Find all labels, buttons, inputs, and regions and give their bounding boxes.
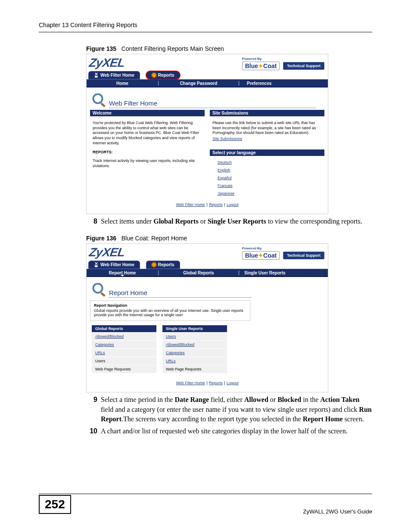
- welcome-header: Welcome: [90, 110, 205, 116]
- table-row[interactable]: URLs: [92, 349, 156, 357]
- zyxel-logo-2: ZyXEL: [88, 246, 125, 258]
- step-10-number: 10: [89, 426, 97, 436]
- home-icon-2: [94, 262, 99, 267]
- home-icon: [94, 73, 99, 78]
- step-8-number: 8: [89, 217, 97, 226]
- powered-by-label-2: Powered By: [242, 246, 262, 250]
- step-8-text: Select items under Global Reports or Sin…: [101, 217, 372, 226]
- tab-reports-2[interactable]: Reports: [146, 261, 180, 269]
- reports-text: Track Internet activity by viewing user …: [93, 159, 202, 168]
- table-row[interactable]: Users: [162, 333, 227, 341]
- language-link[interactable]: Español: [218, 176, 317, 180]
- report-navigation-header: Report Navigation: [90, 301, 250, 308]
- global-reports-table: Global Reports Allowed/BlockedCategories…: [92, 325, 156, 373]
- tab-web-filter-home-2[interactable]: Web Filter Home: [88, 261, 140, 269]
- language-link[interactable]: Japanese: [218, 191, 317, 196]
- site-submissions-header: Site Submissions: [210, 110, 324, 116]
- welcome-text: You're protected by Blue Coat Web Filter…: [93, 121, 202, 146]
- screenshot-web-filter-home: ZyXEL Powered By Blue✦Coat Technical Sup…: [86, 54, 328, 214]
- site-submissions-text: Please use the link below to submit a we…: [212, 121, 322, 136]
- figure-135-num: Figure 135: [86, 45, 116, 52]
- table-row[interactable]: Allowed/Blocked: [162, 341, 227, 349]
- language-link[interactable]: English: [218, 168, 317, 172]
- single-user-reports-th: Single User Reports: [162, 325, 227, 333]
- single-user-reports-table: Single User Reports UsersAllowed/Blocked…: [162, 325, 227, 373]
- chapter-header: Chapter 13 Content Filtering Reports: [39, 22, 372, 32]
- footer-link-logout[interactable]: Logout: [227, 202, 239, 207]
- step-9-number: 9: [89, 395, 97, 424]
- language-link[interactable]: Deutsch: [218, 160, 317, 165]
- tab-web-filter-home[interactable]: Web Filter Home: [88, 71, 140, 79]
- subtab-global-reports[interactable]: Global Reports: [159, 271, 239, 275]
- footer-link-reports[interactable]: Reports: [209, 202, 223, 207]
- figure-135-title: Content Filtering Reports Main Screen: [121, 45, 224, 52]
- step-9-text: Select a time period in the Date Range f…: [101, 395, 372, 424]
- bluecoat-logo: Blue✦Coat: [242, 62, 280, 70]
- magnifier-icon: [92, 93, 106, 108]
- technical-support-button[interactable]: Technical Support: [283, 62, 324, 70]
- technical-support-button-2[interactable]: Technical Support: [283, 252, 324, 259]
- tab-reports[interactable]: Reports: [146, 71, 180, 79]
- subtab-change-password[interactable]: Change Password: [159, 81, 239, 86]
- magnifier-icon-2: [92, 283, 106, 298]
- page-number: 252: [39, 495, 71, 514]
- page-title: Web Filter Home: [109, 100, 316, 108]
- bluecoat-logo-2: Blue✦Coat: [242, 251, 280, 260]
- subtab-preferences[interactable]: Preferences: [239, 81, 283, 86]
- page-title-2: Report Home: [109, 289, 251, 298]
- guide-name: ZyWALL 2WG User's Guide: [303, 508, 372, 515]
- powered-by-label: Powered By: [242, 57, 262, 61]
- table-row[interactable]: Allowed/Blocked: [92, 333, 156, 341]
- zyxel-logo: ZyXEL: [88, 57, 125, 69]
- table-row: Web Page Requests: [92, 365, 156, 373]
- language-header: Select your language: [210, 149, 324, 156]
- subtab-single-user-reports[interactable]: Single User Reports: [239, 271, 298, 275]
- footer-link-reports-2[interactable]: Reports: [209, 381, 223, 385]
- table-row: Web Page Requests: [162, 365, 227, 373]
- footer-link-logout-2[interactable]: Logout: [227, 381, 239, 385]
- footer-link-home-2[interactable]: Web Filter Home: [176, 381, 205, 385]
- reports-label: REPORTS:: [93, 150, 202, 155]
- reports-icon-2: [152, 262, 156, 267]
- screenshot-report-home: ZyXEL Powered By Blue✦Coat Technical Sup…: [86, 243, 328, 392]
- global-reports-th: Global Reports: [92, 325, 156, 333]
- subtab-home[interactable]: Home: [87, 81, 159, 86]
- figure-135-caption: Figure 135 Content Filtering Reports Mai…: [86, 45, 372, 52]
- table-row: Users: [92, 357, 156, 365]
- footer-link-home[interactable]: Web Filter Home: [176, 202, 205, 207]
- subtab-report-home[interactable]: Report Home: [87, 271, 159, 275]
- language-link[interactable]: Francais: [218, 184, 317, 188]
- step-10-text: A chart and/or list of requested web sit…: [101, 426, 372, 436]
- table-row[interactable]: Categories: [92, 341, 156, 349]
- report-navigation-text: Global reports provide you with an overv…: [90, 308, 250, 320]
- table-row[interactable]: URLs: [162, 357, 227, 365]
- reports-icon: [152, 73, 156, 78]
- figure-136-num: Figure 136: [86, 235, 116, 242]
- table-row[interactable]: Categories: [162, 349, 227, 357]
- figure-136-title: Blue Coat: Report Home: [121, 235, 187, 242]
- figure-136-caption: Figure 136 Blue Coat: Report Home: [86, 235, 372, 242]
- site-submissions-link[interactable]: Site Submissions: [212, 137, 242, 141]
